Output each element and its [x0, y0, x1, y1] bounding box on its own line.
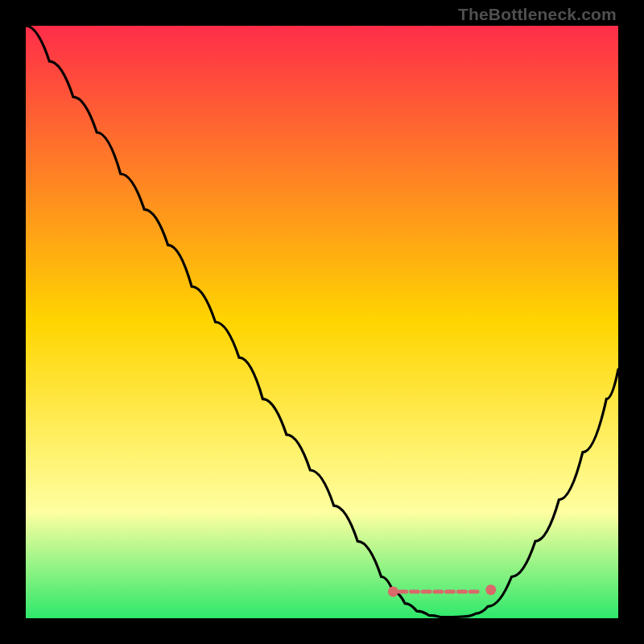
curve-marker — [485, 584, 496, 595]
curve-marker — [388, 586, 398, 597]
chart-frame: TheBottleneck.com — [0, 0, 644, 644]
plot-area — [26, 26, 618, 618]
gradient-background — [26, 26, 618, 618]
watermark-text: TheBottleneck.com — [458, 5, 617, 24]
chart-svg — [26, 26, 618, 618]
